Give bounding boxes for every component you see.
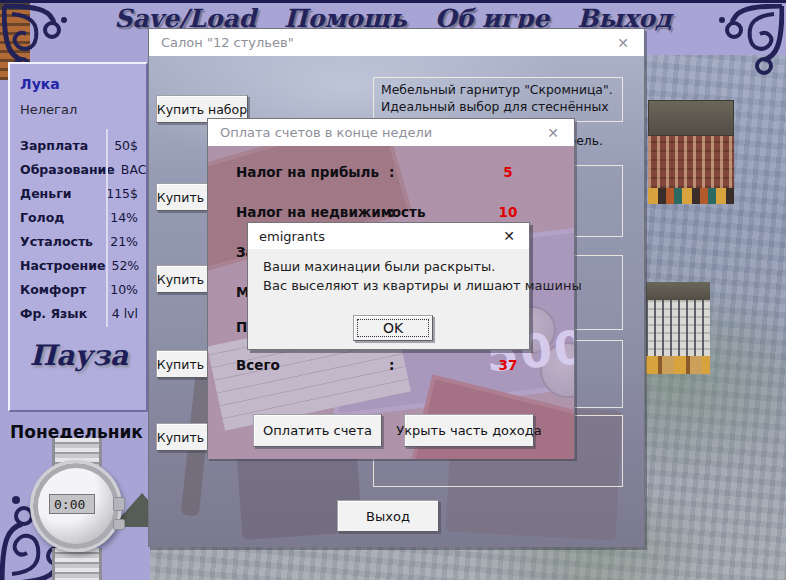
messagebox-titlebar: emigrants ✕ — [248, 223, 529, 249]
stat-label: Деньги — [20, 186, 71, 201]
game-screen: Save/Load Помощь Об игре Выход Лука Неле… — [0, 0, 786, 580]
close-icon[interactable]: ✕ — [544, 124, 562, 142]
pay-bills-button[interactable]: Оплатить счета — [253, 414, 382, 447]
bill-colon: : — [389, 357, 394, 373]
bill-value: 10 — [488, 204, 528, 220]
salon-titlebar: Салон "12 стульев" ✕ — [149, 29, 644, 56]
bill-row-profit-tax: Налог на прибыль : 5 — [208, 164, 574, 182]
bill-label: Всего — [236, 357, 280, 373]
stat-label: Образование — [20, 162, 115, 177]
stat-label: Зарплата — [20, 138, 88, 153]
stat-row: Голод 14% — [20, 205, 138, 229]
building-wall — [646, 300, 710, 356]
exit-button[interactable]: Выход — [337, 500, 439, 532]
stat-value: 115$ — [100, 186, 138, 201]
close-icon[interactable]: ✕ — [614, 34, 632, 52]
message-line-2: Вас выселяют из квартиры и лишают машины — [263, 278, 582, 293]
messagebox-title: emigrants — [259, 229, 500, 244]
top-border-line — [0, 0, 786, 3]
stat-row: Комфорт 10% — [20, 277, 138, 301]
stat-label: Настроение — [20, 258, 105, 273]
stat-row: Фр. Язык 4 lvl — [20, 301, 138, 325]
bill-label: Налог на прибыль — [236, 164, 379, 180]
building-shops — [648, 188, 734, 204]
stat-row: Настроение 52% — [20, 253, 138, 277]
watch-case: 0:00 — [30, 460, 122, 552]
bill-row-property-tax: Налог на недвижимость : 10 — [208, 204, 574, 222]
watch-crown — [113, 519, 125, 530]
close-icon[interactable]: ✕ — [500, 227, 518, 245]
stat-value: 10% — [104, 282, 138, 297]
stat-row: Усталость 21% — [20, 229, 138, 253]
stat-label: Усталость — [20, 234, 93, 249]
player-name: Лука — [20, 76, 138, 92]
stat-value: 14% — [104, 210, 138, 225]
stat-label: Голод — [20, 210, 64, 225]
stat-value: 52% — [105, 258, 139, 273]
building-roof — [648, 100, 734, 136]
ok-button[interactable]: OK — [353, 315, 433, 341]
building-sprite-red-brick — [648, 100, 734, 206]
watch-band — [52, 548, 102, 580]
player-stats-panel: Лука Нелегал Зарплата 50$ Образование BA… — [8, 62, 148, 412]
bill-row-total: Всего : 37 — [208, 357, 574, 375]
bills-dialog-title: Оплата счетов в конце недели — [220, 125, 544, 140]
building-wall — [648, 136, 734, 188]
pause-button[interactable]: Пауза — [20, 339, 138, 372]
stat-value: 4 lvl — [106, 306, 138, 321]
bill-colon: : — [389, 164, 394, 180]
bill-colon: : — [389, 204, 394, 220]
watch-crown — [113, 497, 125, 511]
bill-value: 37 — [488, 357, 528, 373]
player-status: Нелегал — [20, 102, 138, 117]
bill-label: Налог на недвижимость — [236, 204, 425, 220]
building-sprite-white — [646, 282, 710, 374]
watch-time-display: 0:00 — [49, 494, 95, 514]
stat-label: Фр. Язык — [20, 306, 87, 321]
bills-titlebar: Оплата счетов в конце недели ✕ — [208, 119, 574, 146]
message-line-1: Ваши махинации были раскрыты. — [263, 259, 496, 274]
bill-value: 5 — [488, 164, 528, 180]
stat-row: Зарплата 50$ — [20, 133, 138, 157]
stats-table: Зарплата 50$ Образование BAC+2 Деньги 11… — [20, 133, 138, 325]
furniture-description-box: Мебельный гарнитур "Скромница". Идеальны… — [373, 77, 623, 122]
wristwatch[interactable]: 0:00 — [28, 438, 120, 580]
building-shops — [646, 356, 710, 374]
hide-income-button[interactable]: Укрыть часть дохода — [404, 414, 534, 447]
salon-window-title: Салон "12 стульев" — [161, 35, 614, 50]
building-roof — [646, 282, 710, 300]
emigrants-message-box: emigrants ✕ Ваши махинации были раскрыты… — [247, 222, 530, 350]
stat-row: Образование BAC+2 — [20, 157, 138, 181]
stat-value: 21% — [104, 234, 138, 249]
stat-row: Деньги 115$ — [20, 181, 138, 205]
stat-value: 50$ — [108, 138, 138, 153]
stat-label: Комфорт — [20, 282, 86, 297]
